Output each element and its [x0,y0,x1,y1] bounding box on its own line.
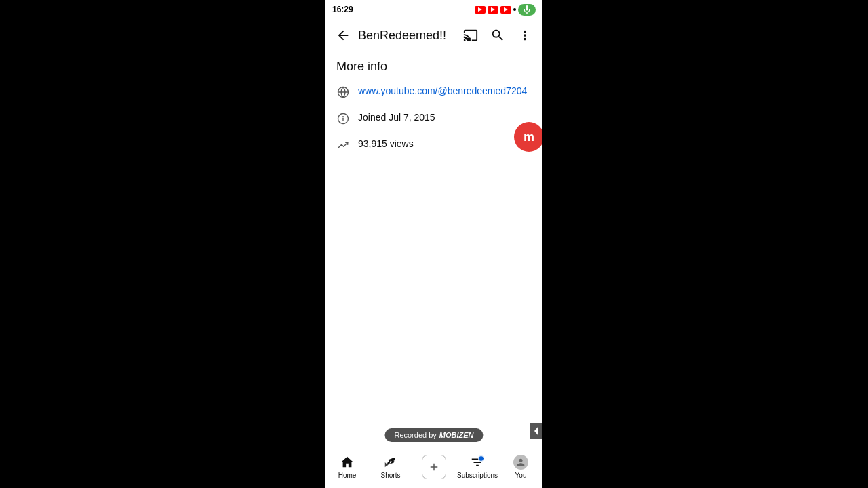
you-icon [513,454,529,470]
content-area: More info www.youtube.com/@benredeemed72… [326,52,542,445]
views-text: 93,915 views [358,138,414,151]
add-icon [428,461,440,473]
floating-avatar: m [514,122,542,152]
nav-item-add[interactable] [412,455,456,479]
website-url[interactable]: www.youtube.com/@benredeemed7204 [358,85,527,98]
bottom-nav: Home Shorts [326,445,542,488]
svg-rect-0 [526,5,528,10]
mic-icon [524,5,530,14]
mic-indicator [518,4,536,16]
page-title: BenRedeemed!! [358,28,458,43]
subscriptions-icon [469,454,486,470]
youtube-notification-icon [475,6,486,14]
back-triangle-icon [533,426,540,436]
recorded-banner: Recorded by MOBIZEN [384,428,483,442]
nav-label-you: You [515,472,527,479]
user-avatar [513,455,528,470]
info-icon [336,112,350,125]
website-row: www.youtube.com/@benredeemed7204 [336,85,532,99]
youtube-notification-icon-3 [500,6,511,14]
nav-item-home[interactable]: Home [326,454,369,479]
section-title: More info [336,60,532,74]
search-icon [490,28,505,43]
nav-label-subscriptions: Subscriptions [457,472,498,479]
joined-row: Joined Jul 7, 2015 [336,111,532,125]
nav-label-shorts: Shorts [381,472,401,479]
status-icons [475,4,536,16]
more-vert-icon [517,28,532,43]
svg-marker-7 [534,426,538,436]
more-options-button[interactable] [513,23,537,47]
views-row: 93,915 views [336,138,532,152]
cast-button[interactable] [458,23,483,47]
back-button[interactable] [331,23,355,47]
back-arrow-icon [336,28,351,43]
nav-item-shorts[interactable]: Shorts [369,454,412,479]
cast-icon [463,28,478,43]
status-time: 16:29 [332,5,353,14]
joined-text: Joined Jul 7, 2015 [358,111,435,125]
globe-icon [336,85,350,99]
recorder-logo: MOBIZEN [439,431,474,439]
search-button[interactable] [486,23,510,47]
toolbar-actions [458,23,537,47]
shorts-icon [382,454,399,470]
home-icon [339,454,355,470]
add-button[interactable] [422,455,446,479]
nav-back-overlay [530,423,542,439]
nav-item-you[interactable]: You [499,454,542,479]
toolbar: BenRedeemed!! [326,19,542,52]
trending-icon [336,138,350,152]
status-bar: 16:29 [326,0,542,19]
youtube-notification-icon-2 [488,6,498,14]
overflow-dot [513,8,516,11]
nav-label-home: Home [338,472,357,479]
recorded-label: Recorded by [394,431,436,439]
nav-item-subscriptions[interactable]: Subscriptions [456,454,499,479]
